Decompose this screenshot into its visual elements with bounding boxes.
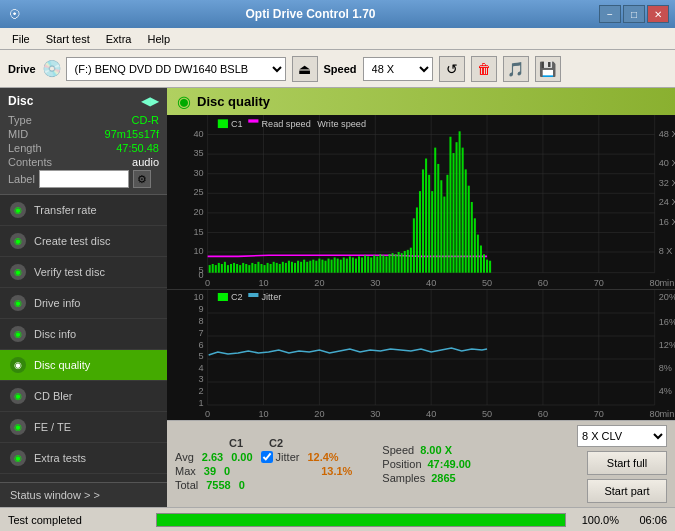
svg-rect-55 <box>245 264 247 273</box>
transfer-rate-label: Transfer rate <box>34 204 97 216</box>
svg-rect-83 <box>331 260 333 273</box>
svg-text:4: 4 <box>198 363 203 373</box>
speed-select[interactable]: 48 X <box>363 57 433 81</box>
svg-rect-125 <box>459 131 461 272</box>
svg-rect-49 <box>227 265 229 273</box>
refresh-button[interactable]: ↺ <box>439 56 465 82</box>
jitter-label: Jitter <box>276 451 300 463</box>
svg-rect-117 <box>434 148 436 273</box>
contents-val: audio <box>132 156 159 168</box>
svg-rect-114 <box>425 159 427 273</box>
svg-text:40: 40 <box>193 127 203 138</box>
svg-text:8 X: 8 X <box>659 245 673 256</box>
svg-rect-52 <box>236 264 238 273</box>
samples-label: Samples <box>382 472 425 484</box>
start-full-button[interactable]: Start full <box>587 451 667 475</box>
sidebar-item-extra-tests[interactable]: ◉ Extra tests <box>0 443 167 474</box>
svg-rect-115 <box>428 175 430 273</box>
svg-rect-124 <box>456 142 458 273</box>
speed-val: 8.00 X <box>420 444 452 456</box>
svg-text:40 X: 40 X <box>659 157 675 168</box>
svg-rect-94 <box>364 255 366 272</box>
menu-start-test[interactable]: Start test <box>38 31 98 47</box>
bottom-chart-svg: 10 9 8 7 6 5 4 3 2 1 20% 16% <box>167 290 675 420</box>
svg-rect-130 <box>474 218 476 272</box>
svg-rect-88 <box>346 259 348 273</box>
mid-val: 97m15s17f <box>105 128 159 140</box>
contents-key: Contents <box>8 156 52 168</box>
status-window-button[interactable]: Status window > > <box>0 482 167 507</box>
svg-rect-104 <box>395 254 397 272</box>
total-label: Total <box>175 479 198 491</box>
sidebar-item-drive-info[interactable]: ◉ Drive info <box>0 288 167 319</box>
label-input[interactable] <box>39 170 129 188</box>
sidebar-item-disc-quality[interactable]: ◉ Disc quality <box>0 350 167 381</box>
svg-rect-69 <box>288 261 290 273</box>
svg-text:C2: C2 <box>231 292 243 302</box>
sidebar-item-create-test-disc[interactable]: ◉ Create test disc <box>0 226 167 257</box>
svg-rect-78 <box>315 261 317 273</box>
content-area: ◉ Disc quality <box>167 88 675 507</box>
svg-rect-118 <box>437 164 439 273</box>
sidebar-item-disc-info[interactable]: ◉ Disc info <box>0 319 167 350</box>
max-c2: 0 <box>224 465 230 477</box>
drive-icon: 💿 <box>42 59 62 78</box>
maximize-button[interactable]: □ <box>623 5 645 23</box>
position-label: Position <box>382 458 421 470</box>
avg-label: Avg <box>175 451 194 463</box>
erase-button[interactable]: 🗑 <box>471 56 497 82</box>
svg-rect-65 <box>276 263 278 273</box>
close-button[interactable]: ✕ <box>647 5 669 23</box>
save-button[interactable]: 💾 <box>535 56 561 82</box>
sidebar-item-fe-te[interactable]: ◉ FE / TE <box>0 412 167 443</box>
clv-speed-select[interactable]: 8 X CLV <box>577 425 667 447</box>
svg-rect-61 <box>264 265 266 273</box>
drive-select[interactable]: (F:) BENQ DVD DD DW1640 BSLB <box>66 57 286 81</box>
c2-header: C2 <box>269 437 283 449</box>
sidebar-item-transfer-rate[interactable]: ◉ Transfer rate <box>0 195 167 226</box>
menu-help[interactable]: Help <box>139 31 178 47</box>
sidebar-item-cd-bler[interactable]: ◉ CD Bler <box>0 381 167 412</box>
svg-rect-51 <box>233 263 235 273</box>
svg-rect-97 <box>373 255 375 272</box>
avg-c2: 0.00 <box>231 451 252 463</box>
svg-text:16 X: 16 X <box>659 216 675 227</box>
menu-extra[interactable]: Extra <box>98 31 140 47</box>
svg-text:50: 50 <box>482 409 492 419</box>
eject-button[interactable]: ⏏ <box>292 56 318 82</box>
start-part-button[interactable]: Start part <box>587 479 667 503</box>
speed-label: Speed <box>382 444 414 456</box>
svg-rect-109 <box>410 248 412 273</box>
svg-rect-82 <box>328 259 330 273</box>
audio-button[interactable]: 🎵 <box>503 56 529 82</box>
svg-rect-110 <box>413 218 415 272</box>
svg-rect-62 <box>267 263 269 273</box>
svg-text:Read speed: Read speed <box>261 118 310 129</box>
svg-rect-105 <box>398 252 400 273</box>
svg-rect-98 <box>376 256 378 272</box>
jitter-checkbox[interactable] <box>261 451 273 463</box>
svg-text:6: 6 <box>198 340 203 350</box>
svg-rect-59 <box>257 262 259 273</box>
svg-text:8: 8 <box>198 316 203 326</box>
svg-rect-74 <box>303 260 305 273</box>
footer-status: Test completed <box>8 514 148 526</box>
total-c1: 7558 <box>206 479 230 491</box>
fe-te-label: FE / TE <box>34 421 71 433</box>
svg-rect-134 <box>486 260 488 273</box>
sidebar: Disc ◀▶ Type CD-R MID 97m15s17f Length 4… <box>0 88 167 507</box>
menu-file[interactable]: File <box>4 31 38 47</box>
drive-info-icon: ◉ <box>10 295 26 311</box>
svg-rect-85 <box>337 259 339 273</box>
svg-rect-45 <box>215 265 217 273</box>
svg-rect-86 <box>340 260 342 273</box>
app-icon: 🖸 <box>6 6 22 22</box>
sidebar-item-verify-test-disc[interactable]: ◉ Verify test disc <box>0 257 167 288</box>
footer-time: 06:06 <box>627 514 667 526</box>
svg-text:4%: 4% <box>659 386 672 396</box>
disc-quality-icon: ◉ <box>10 357 26 373</box>
gear-icon[interactable]: ⚙ <box>133 170 151 188</box>
minimize-button[interactable]: − <box>599 5 621 23</box>
verify-test-disc-label: Verify test disc <box>34 266 105 278</box>
svg-rect-77 <box>312 260 314 273</box>
